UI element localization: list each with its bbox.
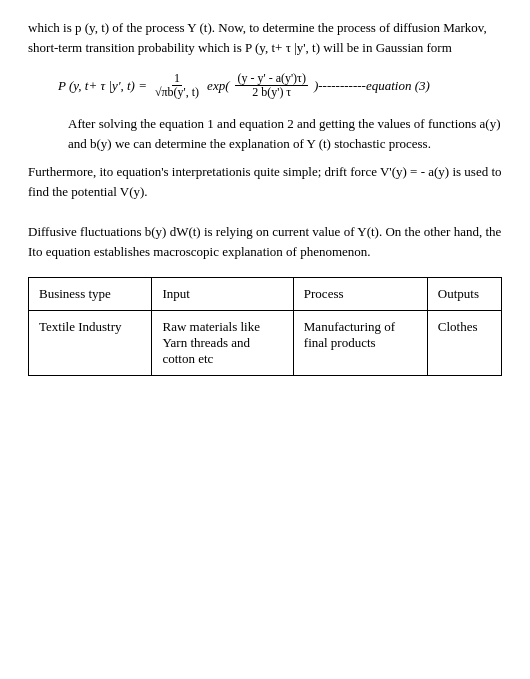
table-header-row: Business type Input Process Outputs — [29, 277, 502, 310]
paragraph-1: which is p (y, t) of the process Y (t). … — [28, 18, 502, 58]
formula-lhs: P (y, t+ τ |y', t) = — [58, 78, 147, 94]
business-table: Business type Input Process Outputs Text… — [28, 277, 502, 376]
formula-exp: exp( — [207, 78, 229, 94]
paragraph-2: After solving the equation 1 and equatio… — [68, 114, 502, 154]
cell-outputs: Clothes — [427, 310, 501, 375]
paragraph-4: Diffusive fluctuations b(y) dW(t) is rel… — [28, 222, 502, 262]
formula-rhs: )-----------equation (3) — [314, 78, 430, 94]
col-header-outputs: Outputs — [427, 277, 501, 310]
paragraph-3: Furthermore, ito equation's interpretati… — [28, 162, 502, 202]
col-header-process: Process — [293, 277, 427, 310]
col-header-input: Input — [152, 277, 293, 310]
cell-process: Manufacturing of final products — [293, 310, 427, 375]
fraction-1: 1 √πb(y', t) — [153, 72, 201, 99]
col-header-business-type: Business type — [29, 277, 152, 310]
cell-input: Raw materials like Yarn threads and cott… — [152, 310, 293, 375]
fraction-exp-inner: (y - y' - a(y')τ) 2 b(y') τ — [235, 72, 307, 99]
formula-equation3: P (y, t+ τ |y', t) = 1 √πb(y', t) exp( (… — [58, 72, 502, 99]
table-row: Textile Industry Raw materials like Yarn… — [29, 310, 502, 375]
cell-business-type: Textile Industry — [29, 310, 152, 375]
